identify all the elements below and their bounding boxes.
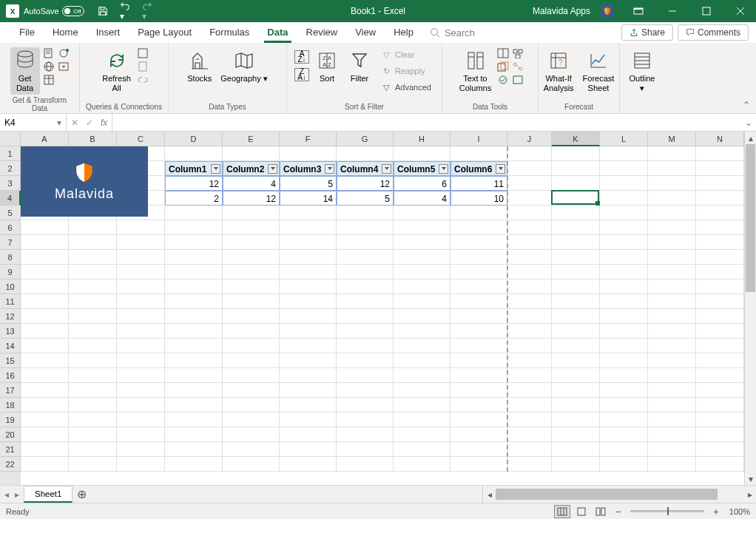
menu-tab-page-layout[interactable]: Page Layout (129, 22, 200, 43)
expand-formula-icon[interactable]: ⌄ (741, 114, 756, 131)
select-all-corner[interactable] (0, 132, 21, 146)
cell-G6[interactable] (337, 220, 394, 235)
cell-B18[interactable] (69, 398, 117, 413)
from-table-icon[interactable] (43, 74, 55, 86)
collapse-ribbon-icon[interactable]: ⌃ (741, 98, 752, 112)
cell-N15[interactable] (696, 353, 744, 368)
filter-dropdown-icon[interactable] (325, 164, 334, 174)
cell-N13[interactable] (696, 324, 744, 339)
cell-C9[interactable] (117, 265, 165, 279)
filter-dropdown-icon[interactable] (382, 164, 391, 174)
consolidate-icon[interactable] (512, 47, 524, 59)
cell-N9[interactable] (696, 265, 744, 279)
cell-L20[interactable] (600, 427, 648, 442)
row-header-1[interactable]: 1 (0, 146, 21, 161)
row-header-7[interactable]: 7 (0, 235, 21, 250)
cell-B19[interactable] (69, 413, 117, 427)
cell-J7[interactable] (507, 235, 552, 250)
cell-I14[interactable] (450, 339, 507, 353)
reapply-button[interactable]: ↻Reapply (377, 64, 434, 78)
cell-C13[interactable] (117, 324, 165, 339)
row-header-16[interactable]: 16 (0, 368, 21, 383)
row-header-11[interactable]: 11 (0, 294, 21, 309)
cell-K7[interactable] (552, 235, 600, 250)
cell-J19[interactable] (507, 413, 552, 427)
cell-F9[interactable] (280, 265, 337, 279)
cell-H9[interactable] (394, 265, 450, 279)
cell-D16[interactable] (165, 368, 223, 383)
row-header-6[interactable]: 6 (0, 220, 21, 235)
cell-J5[interactable] (507, 206, 552, 220)
cell-L21[interactable] (600, 442, 648, 457)
cell-J4[interactable] (507, 191, 552, 206)
sort-button[interactable]: Z AA Z Sort (312, 47, 342, 85)
cell-G2[interactable]: Column4 (337, 161, 394, 176)
cell-A16[interactable] (21, 368, 69, 383)
cell-J20[interactable] (507, 427, 552, 442)
cell-N11[interactable] (696, 294, 744, 309)
cell-I13[interactable] (450, 324, 507, 339)
cell-K4[interactable] (552, 191, 600, 206)
filter-dropdown-icon[interactable] (439, 164, 448, 174)
sort-az-icon[interactable]: AZ↓ (294, 50, 309, 64)
cell-D1[interactable] (165, 146, 223, 161)
cell-N21[interactable] (696, 442, 744, 457)
cell-B14[interactable] (69, 339, 117, 353)
cell-H3[interactable]: 6 (394, 176, 450, 191)
cell-G15[interactable] (337, 353, 394, 368)
cell-B10[interactable] (69, 279, 117, 294)
cell-D9[interactable] (165, 265, 223, 279)
cell-C21[interactable] (117, 442, 165, 457)
cell-A9[interactable] (21, 265, 69, 279)
search-box[interactable]: Search (430, 22, 475, 43)
col-header-H[interactable]: H (394, 132, 450, 146)
cell-M11[interactable] (648, 294, 696, 309)
cell-F13[interactable] (280, 324, 337, 339)
sheet-nav[interactable]: ◂▸ (0, 486, 24, 503)
cell-L17[interactable] (600, 383, 648, 398)
minimize-button[interactable] (657, 0, 688, 22)
cell-I15[interactable] (450, 353, 507, 368)
cell-J10[interactable] (507, 279, 552, 294)
cell-J18[interactable] (507, 398, 552, 413)
cell-A21[interactable] (21, 442, 69, 457)
cell-M8[interactable] (648, 250, 696, 265)
scroll-right-icon[interactable]: ▸ (743, 488, 756, 501)
cell-N2[interactable] (696, 161, 744, 176)
undo-icon[interactable]: ▾ (117, 0, 133, 23)
cell-G19[interactable] (337, 413, 394, 427)
cell-M1[interactable] (648, 146, 696, 161)
cell-E12[interactable] (223, 309, 280, 324)
col-header-M[interactable]: M (648, 132, 696, 146)
hscroll-thumb[interactable] (496, 489, 718, 500)
cell-C7[interactable] (117, 235, 165, 250)
cell-K20[interactable] (552, 427, 600, 442)
cell-F5[interactable] (280, 206, 337, 220)
cell-I7[interactable] (450, 235, 507, 250)
col-header-J[interactable]: J (507, 132, 552, 146)
cell-H11[interactable] (394, 294, 450, 309)
name-box[interactable]: K4 ▾ (0, 114, 67, 131)
cell-G9[interactable] (337, 265, 394, 279)
row-header-15[interactable]: 15 (0, 353, 21, 368)
cell-I9[interactable] (450, 265, 507, 279)
cell-K18[interactable] (552, 398, 600, 413)
cell-I5[interactable] (450, 206, 507, 220)
cell-F4[interactable]: 14 (280, 191, 337, 206)
cell-E13[interactable] (223, 324, 280, 339)
cell-C8[interactable] (117, 250, 165, 265)
cell-K22[interactable] (552, 457, 600, 472)
autosave-toggle[interactable]: AutoSave Off (24, 6, 84, 16)
cell-N19[interactable] (696, 413, 744, 427)
cell-E7[interactable] (223, 235, 280, 250)
cell-E3[interactable]: 4 (223, 176, 280, 191)
cell-B12[interactable] (69, 309, 117, 324)
cell-M3[interactable] (648, 176, 696, 191)
prev-sheet-icon[interactable]: ◂ (4, 489, 9, 500)
cell-E8[interactable] (223, 250, 280, 265)
cell-K5[interactable] (552, 206, 600, 220)
cell-M18[interactable] (648, 398, 696, 413)
col-header-D[interactable]: D (165, 132, 223, 146)
cell-G16[interactable] (337, 368, 394, 383)
cell-I3[interactable]: 11 (450, 176, 507, 191)
